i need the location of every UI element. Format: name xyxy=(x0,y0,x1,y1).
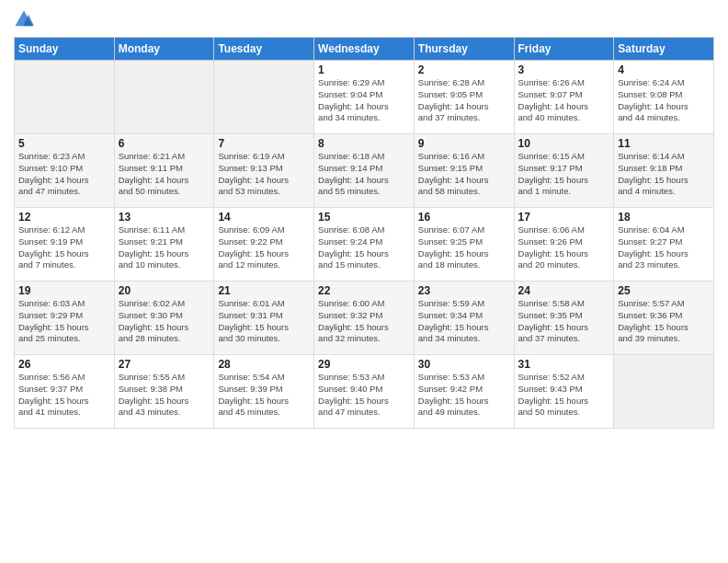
weekday-header-friday: Friday xyxy=(514,38,614,61)
day-number: 4 xyxy=(618,63,710,76)
day-number: 19 xyxy=(18,284,110,297)
day-info: Sunrise: 6:21 AM Sunset: 9:11 PM Dayligh… xyxy=(119,151,210,198)
calendar-cell: 2Sunrise: 6:28 AM Sunset: 9:05 PM Daylig… xyxy=(414,61,514,134)
calendar-cell: 9Sunrise: 6:16 AM Sunset: 9:15 PM Daylig… xyxy=(414,134,514,208)
day-number: 31 xyxy=(518,358,610,371)
calendar-cell: 11Sunrise: 6:14 AM Sunset: 9:18 PM Dayli… xyxy=(614,134,714,208)
day-number: 14 xyxy=(218,211,310,224)
weekday-header-tuesday: Tuesday xyxy=(214,38,314,61)
day-number: 22 xyxy=(318,284,410,297)
calendar-cell: 23Sunrise: 5:59 AM Sunset: 9:34 PM Dayli… xyxy=(414,282,514,355)
calendar-week-row: 1Sunrise: 6:29 AM Sunset: 9:04 PM Daylig… xyxy=(15,61,714,134)
day-info: Sunrise: 5:58 AM Sunset: 9:35 PM Dayligh… xyxy=(518,298,610,345)
day-number: 10 xyxy=(518,137,610,150)
calendar-cell: 30Sunrise: 5:53 AM Sunset: 9:42 PM Dayli… xyxy=(414,355,514,429)
day-info: Sunrise: 6:11 AM Sunset: 9:21 PM Dayligh… xyxy=(119,224,210,271)
calendar-cell: 24Sunrise: 5:58 AM Sunset: 9:35 PM Dayli… xyxy=(514,282,614,355)
calendar-cell: 1Sunrise: 6:29 AM Sunset: 9:04 PM Daylig… xyxy=(314,61,415,134)
day-number: 12 xyxy=(18,211,110,224)
calendar-cell: 27Sunrise: 5:55 AM Sunset: 9:38 PM Dayli… xyxy=(114,355,214,429)
day-number: 18 xyxy=(618,211,710,224)
weekday-header-saturday: Saturday xyxy=(614,38,714,61)
day-number: 7 xyxy=(218,137,310,150)
day-number: 6 xyxy=(119,137,210,150)
day-info: Sunrise: 6:26 AM Sunset: 9:07 PM Dayligh… xyxy=(518,77,610,124)
calendar-cell: 13Sunrise: 6:11 AM Sunset: 9:21 PM Dayli… xyxy=(114,208,214,282)
day-info: Sunrise: 6:04 AM Sunset: 9:27 PM Dayligh… xyxy=(618,224,710,271)
day-info: Sunrise: 6:06 AM Sunset: 9:26 PM Dayligh… xyxy=(518,224,610,271)
calendar-cell: 12Sunrise: 6:12 AM Sunset: 9:19 PM Dayli… xyxy=(15,208,115,282)
day-info: Sunrise: 5:54 AM Sunset: 9:39 PM Dayligh… xyxy=(218,372,310,419)
day-info: Sunrise: 5:55 AM Sunset: 9:38 PM Dayligh… xyxy=(119,372,210,419)
logo-icon xyxy=(14,9,34,29)
header xyxy=(14,9,714,29)
day-info: Sunrise: 6:03 AM Sunset: 9:29 PM Dayligh… xyxy=(18,298,110,345)
day-number: 27 xyxy=(119,358,210,371)
calendar-cell: 7Sunrise: 6:19 AM Sunset: 9:13 PM Daylig… xyxy=(214,134,314,208)
day-info: Sunrise: 6:15 AM Sunset: 9:17 PM Dayligh… xyxy=(518,151,610,198)
calendar-cell xyxy=(114,61,214,134)
day-number: 23 xyxy=(418,284,510,297)
day-info: Sunrise: 6:19 AM Sunset: 9:13 PM Dayligh… xyxy=(218,151,310,198)
day-info: Sunrise: 6:08 AM Sunset: 9:24 PM Dayligh… xyxy=(318,224,410,271)
day-number: 1 xyxy=(318,63,410,76)
calendar-cell: 21Sunrise: 6:01 AM Sunset: 9:31 PM Dayli… xyxy=(214,282,314,355)
day-number: 24 xyxy=(518,284,610,297)
day-info: Sunrise: 6:16 AM Sunset: 9:15 PM Dayligh… xyxy=(418,151,510,198)
day-number: 11 xyxy=(618,137,710,150)
calendar-cell: 4Sunrise: 6:24 AM Sunset: 9:08 PM Daylig… xyxy=(614,61,714,134)
calendar-cell: 15Sunrise: 6:08 AM Sunset: 9:24 PM Dayli… xyxy=(314,208,415,282)
calendar-cell: 19Sunrise: 6:03 AM Sunset: 9:29 PM Dayli… xyxy=(15,282,115,355)
day-info: Sunrise: 6:14 AM Sunset: 9:18 PM Dayligh… xyxy=(618,151,710,198)
logo xyxy=(14,9,38,29)
calendar-cell: 10Sunrise: 6:15 AM Sunset: 9:17 PM Dayli… xyxy=(514,134,614,208)
day-number: 26 xyxy=(18,358,110,371)
day-number: 28 xyxy=(218,358,310,371)
day-number: 13 xyxy=(119,211,210,224)
calendar-cell: 6Sunrise: 6:21 AM Sunset: 9:11 PM Daylig… xyxy=(114,134,214,208)
calendar-cell xyxy=(614,355,714,429)
calendar-cell: 22Sunrise: 6:00 AM Sunset: 9:32 PM Dayli… xyxy=(314,282,415,355)
day-info: Sunrise: 6:28 AM Sunset: 9:05 PM Dayligh… xyxy=(418,77,510,124)
calendar-cell: 26Sunrise: 5:56 AM Sunset: 9:37 PM Dayli… xyxy=(15,355,115,429)
calendar-cell: 25Sunrise: 5:57 AM Sunset: 9:36 PM Dayli… xyxy=(614,282,714,355)
day-number: 5 xyxy=(18,137,110,150)
weekday-header-wednesday: Wednesday xyxy=(314,38,415,61)
day-info: Sunrise: 6:29 AM Sunset: 9:04 PM Dayligh… xyxy=(318,77,410,124)
day-info: Sunrise: 5:57 AM Sunset: 9:36 PM Dayligh… xyxy=(618,298,710,345)
day-info: Sunrise: 6:01 AM Sunset: 9:31 PM Dayligh… xyxy=(218,298,310,345)
calendar-cell: 3Sunrise: 6:26 AM Sunset: 9:07 PM Daylig… xyxy=(514,61,614,134)
calendar-cell: 20Sunrise: 6:02 AM Sunset: 9:30 PM Dayli… xyxy=(114,282,214,355)
weekday-header-monday: Monday xyxy=(114,38,214,61)
day-number: 8 xyxy=(318,137,410,150)
day-number: 25 xyxy=(618,284,710,297)
calendar-cell: 18Sunrise: 6:04 AM Sunset: 9:27 PM Dayli… xyxy=(614,208,714,282)
calendar-cell: 29Sunrise: 5:53 AM Sunset: 9:40 PM Dayli… xyxy=(314,355,415,429)
day-number: 29 xyxy=(318,358,410,371)
day-info: Sunrise: 5:53 AM Sunset: 9:42 PM Dayligh… xyxy=(418,372,510,419)
day-info: Sunrise: 6:23 AM Sunset: 9:10 PM Dayligh… xyxy=(18,151,110,198)
day-number: 9 xyxy=(418,137,510,150)
day-number: 15 xyxy=(318,211,410,224)
day-number: 20 xyxy=(119,284,210,297)
day-info: Sunrise: 6:18 AM Sunset: 9:14 PM Dayligh… xyxy=(318,151,410,198)
calendar-cell: 31Sunrise: 5:52 AM Sunset: 9:43 PM Dayli… xyxy=(514,355,614,429)
day-number: 2 xyxy=(418,63,510,76)
day-info: Sunrise: 6:00 AM Sunset: 9:32 PM Dayligh… xyxy=(318,298,410,345)
calendar-cell: 5Sunrise: 6:23 AM Sunset: 9:10 PM Daylig… xyxy=(15,134,115,208)
calendar-cell xyxy=(214,61,314,134)
calendar-cell: 28Sunrise: 5:54 AM Sunset: 9:39 PM Dayli… xyxy=(214,355,314,429)
day-info: Sunrise: 5:52 AM Sunset: 9:43 PM Dayligh… xyxy=(518,372,610,419)
calendar-table: SundayMondayTuesdayWednesdayThursdayFrid… xyxy=(14,37,714,429)
weekday-header-thursday: Thursday xyxy=(414,38,514,61)
calendar-cell: 8Sunrise: 6:18 AM Sunset: 9:14 PM Daylig… xyxy=(314,134,415,208)
calendar-cell: 17Sunrise: 6:06 AM Sunset: 9:26 PM Dayli… xyxy=(514,208,614,282)
calendar-week-row: 19Sunrise: 6:03 AM Sunset: 9:29 PM Dayli… xyxy=(15,282,714,355)
weekday-header-row: SundayMondayTuesdayWednesdayThursdayFrid… xyxy=(15,38,714,61)
day-number: 30 xyxy=(418,358,510,371)
calendar-week-row: 5Sunrise: 6:23 AM Sunset: 9:10 PM Daylig… xyxy=(15,134,714,208)
day-info: Sunrise: 5:53 AM Sunset: 9:40 PM Dayligh… xyxy=(318,372,410,419)
day-info: Sunrise: 5:56 AM Sunset: 9:37 PM Dayligh… xyxy=(18,372,110,419)
calendar-cell: 14Sunrise: 6:09 AM Sunset: 9:22 PM Dayli… xyxy=(214,208,314,282)
calendar-week-row: 26Sunrise: 5:56 AM Sunset: 9:37 PM Dayli… xyxy=(15,355,714,429)
